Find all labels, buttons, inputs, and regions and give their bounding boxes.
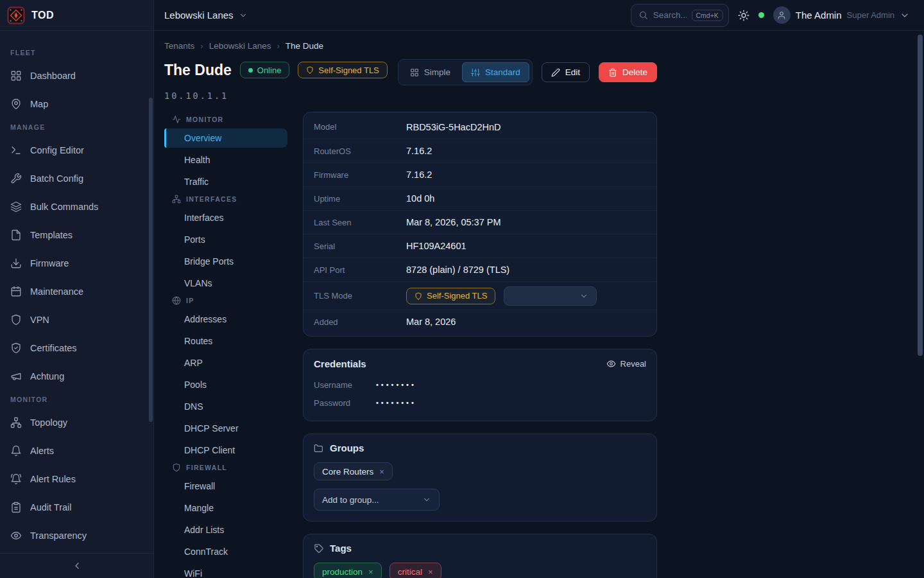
- group-chip-label: Core Routers: [322, 467, 373, 477]
- view-mode-label: Standard: [485, 67, 520, 77]
- sidebar-item[interactable]: Topology: [0, 410, 153, 435]
- sidebar-item[interactable]: Alert Rules: [0, 466, 153, 492]
- subnav-item[interactable]: Addr Lists: [164, 520, 287, 539]
- edit-button-label: Edit: [565, 67, 580, 77]
- main-scrollbar-thumb[interactable]: [918, 35, 923, 356]
- view-mode-option[interactable]: Simple: [401, 62, 459, 82]
- sidebar-item[interactable]: Audit Trail: [0, 495, 153, 520]
- subnav-item[interactable]: DHCP Server: [164, 419, 287, 438]
- reveal-label: Reveal: [620, 359, 646, 369]
- subnav-item[interactable]: DHCP Client: [164, 441, 287, 460]
- subnav-item[interactable]: ARP: [164, 353, 287, 372]
- status-badge-label: Online: [257, 66, 282, 75]
- user-menu[interactable]: The Admin Super Admin: [773, 6, 910, 24]
- search-box[interactable]: Cmd+K: [631, 4, 729, 27]
- subnav-item[interactable]: Pools: [164, 375, 287, 394]
- credentials-card: Credentials Reveal Username ••: [303, 349, 657, 421]
- overview-row-tls-mode: TLS Mode Self-Signed TLS: [304, 281, 656, 310]
- subnav-section-icon: [172, 463, 181, 472]
- add-to-group-select[interactable]: Add to group...: [314, 489, 440, 511]
- sidebar-collapse-button[interactable]: [72, 561, 82, 571]
- reveal-button[interactable]: Reveal: [606, 359, 646, 369]
- tenant-name: Lebowski Lanes: [164, 10, 234, 21]
- chevron-down-icon: [900, 10, 910, 21]
- overview-row: Last Seen Mar 8, 2026, 05:37 PM: [304, 210, 656, 234]
- subnav-item[interactable]: Overview: [164, 128, 287, 148]
- sidebar-scrollbar-thumb[interactable]: [149, 98, 153, 422]
- tenant-selector[interactable]: Lebowski Lanes: [164, 10, 248, 21]
- sidebar-item[interactable]: Templates: [0, 222, 153, 248]
- sidebar-item-icon: [10, 473, 22, 485]
- subnav-item[interactable]: DNS: [164, 397, 287, 416]
- credential-label: Password: [314, 398, 376, 408]
- subnav-item[interactable]: Bridge Ports: [164, 252, 287, 271]
- subnav-item[interactable]: Mangle: [164, 498, 287, 518]
- sidebar-item[interactable]: Maintenance: [0, 279, 153, 304]
- sidebar-item[interactable]: Batch Config: [0, 166, 153, 191]
- sidebar-item[interactable]: Bulk Commands: [0, 194, 153, 220]
- main-content: Tenants › Lebowski Lanes › The Dude ›: [154, 31, 924, 578]
- subnav-item[interactable]: Addresses: [164, 310, 287, 329]
- subnav-item[interactable]: Health: [164, 150, 287, 170]
- groups-title: Groups: [330, 442, 364, 453]
- overview-row: Uptime 10d 0h: [304, 186, 656, 210]
- subnav-section-title: MONITOR: [164, 115, 287, 124]
- subnav-item[interactable]: Firewall: [164, 477, 287, 496]
- status-badge: Online: [240, 62, 290, 78]
- sidebar-item[interactable]: Alerts: [0, 438, 153, 464]
- tag-chip[interactable]: production ×: [314, 563, 382, 578]
- overview-row: Serial HF109A24601: [304, 234, 656, 258]
- overview-row: Model RBD53iG-5HacD2HnD: [304, 115, 656, 139]
- overview-row-label: Model: [314, 122, 406, 132]
- sidebar-item-icon: [10, 229, 22, 241]
- sidebar-section-title: FLEET: [0, 49, 153, 57]
- tags-title: Tags: [330, 543, 352, 554]
- sidebar-item-icon: [10, 530, 22, 541]
- remove-chip-icon[interactable]: ×: [428, 568, 433, 576]
- tls-mode-select[interactable]: [504, 286, 597, 306]
- subnav-item[interactable]: Routes: [164, 331, 287, 351]
- search-input[interactable]: [653, 10, 687, 20]
- tod-logo-icon: [7, 6, 25, 24]
- tag-chip[interactable]: critical ×: [389, 563, 441, 578]
- sidebar-item[interactable]: Certificates: [0, 335, 153, 361]
- sidebar-item[interactable]: Firmware: [0, 250, 153, 276]
- topbar-main: Lebowski Lanes Cmd+K The Admin Super Adm…: [154, 0, 924, 31]
- sidebar-item[interactable]: Dashboard: [0, 63, 153, 89]
- chevron-down-icon: [579, 292, 588, 301]
- subnav-item[interactable]: Ports: [164, 230, 287, 249]
- remove-chip-icon[interactable]: ×: [379, 468, 384, 476]
- sidebar-item-label: Alert Rules: [30, 474, 76, 484]
- group-chip[interactable]: Core Routers ×: [314, 462, 393, 480]
- delete-button-label: Delete: [622, 67, 647, 77]
- sidebar-item-label: Map: [30, 99, 48, 109]
- subnav-item[interactable]: Interfaces: [164, 208, 287, 227]
- breadcrumb-item[interactable]: The Dude: [286, 41, 323, 51]
- overview-row-label: Serial: [314, 241, 406, 251]
- subnav-item[interactable]: Traffic: [164, 172, 287, 191]
- sidebar-item[interactable]: VPN: [0, 307, 153, 333]
- sidebar-item[interactable]: Achtung: [0, 363, 153, 389]
- view-mode-toggle: Simple Standard: [398, 59, 533, 85]
- overview-row-value: 8728 (plain) / 8729 (TLS): [406, 265, 509, 275]
- subnav-section: MONITOR Overview Health Traffic: [164, 115, 287, 191]
- subnav-item[interactable]: ConnTrack: [164, 542, 287, 561]
- view-mode-option[interactable]: Standard: [462, 62, 529, 82]
- remove-chip-icon[interactable]: ×: [368, 568, 373, 576]
- breadcrumb-item[interactable]: Tenants: [164, 41, 194, 51]
- edit-button[interactable]: Edit: [542, 62, 590, 82]
- breadcrumb-item[interactable]: Lebowski Lanes: [209, 41, 271, 51]
- overview-row-label: Added: [314, 317, 406, 327]
- user-name: The Admin: [796, 10, 842, 21]
- sidebar-section: MANAGE Config Editor Batch Config: [0, 123, 153, 389]
- subnav-item[interactable]: VLANs: [164, 274, 287, 293]
- subnav-item[interactable]: WiFi: [164, 564, 287, 578]
- overview-row: API Port 8728 (plain) / 8729 (TLS): [304, 258, 656, 281]
- theme-toggle-button[interactable]: [738, 10, 749, 21]
- subnav-section-icon: [172, 115, 181, 124]
- sidebar-item[interactable]: Transparency: [0, 523, 153, 548]
- subnav-section-icon: [172, 296, 181, 305]
- sidebar-item[interactable]: Map: [0, 91, 153, 117]
- delete-button[interactable]: Delete: [599, 62, 657, 82]
- sidebar-item[interactable]: Config Editor: [0, 137, 153, 163]
